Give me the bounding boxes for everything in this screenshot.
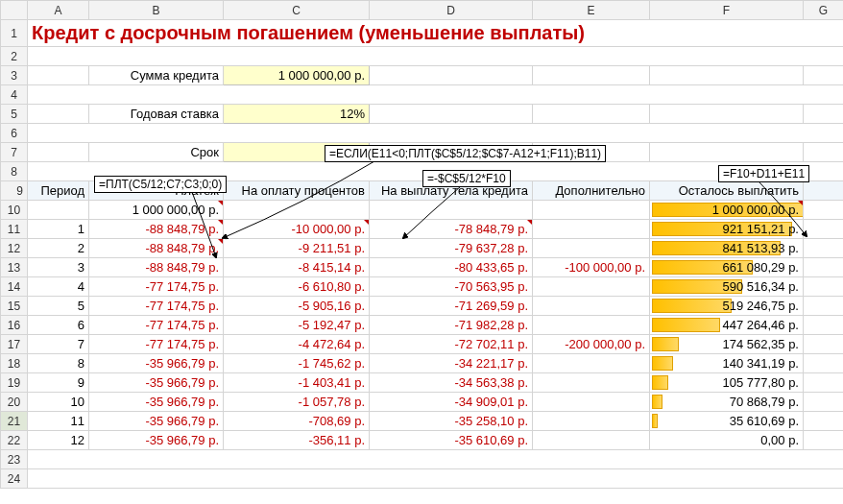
start-balance[interactable]: 1 000 000,00 р.: [89, 201, 224, 220]
period-cell[interactable]: 10: [28, 393, 89, 412]
principal-cell[interactable]: -72 702,11 р.: [370, 335, 533, 354]
interest-cell[interactable]: -1 745,62 р.: [224, 354, 370, 373]
payment-cell[interactable]: -88 848,79 р.: [89, 258, 224, 277]
extra-cell[interactable]: [533, 354, 650, 373]
extra-cell[interactable]: [533, 239, 650, 258]
interest-cell[interactable]: -4 472,64 р.: [224, 335, 370, 354]
principal-cell[interactable]: -70 563,95 р.: [370, 277, 533, 297]
period-cell[interactable]: 1: [28, 220, 89, 239]
row-16[interactable]: 16: [1, 316, 28, 335]
period-cell[interactable]: 6: [28, 316, 89, 335]
term-label[interactable]: Срок: [89, 143, 224, 162]
grid[interactable]: A B C D E F G 1 Кредит с досрочным погаш…: [0, 0, 843, 489]
extra-cell[interactable]: [533, 220, 650, 239]
row-2[interactable]: 2: [1, 47, 28, 66]
payment-cell[interactable]: -77 174,75 р.: [89, 316, 224, 335]
row-1[interactable]: 1: [1, 20, 28, 47]
balance-cell[interactable]: 590 516,34 р.: [650, 277, 804, 297]
row-10[interactable]: 10: [1, 201, 28, 220]
row-14[interactable]: 14: [1, 277, 28, 297]
row-24[interactable]: 24: [1, 469, 28, 489]
row-22[interactable]: 22: [1, 431, 28, 450]
row-3[interactable]: 3: [1, 66, 28, 85]
principal-cell[interactable]: -35 610,69 р.: [370, 431, 533, 450]
principal-cell[interactable]: -79 637,28 р.: [370, 239, 533, 258]
balance-cell[interactable]: 921 151,21 р.: [650, 220, 804, 239]
row-17[interactable]: 17: [1, 335, 28, 354]
interest-cell[interactable]: -9 211,51 р.: [224, 239, 370, 258]
payment-cell[interactable]: -88 848,79 р.: [89, 239, 224, 258]
interest-cell[interactable]: -5 905,16 р.: [224, 297, 370, 316]
row-8[interactable]: 8: [1, 162, 28, 181]
principal-cell[interactable]: -34 909,01 р.: [370, 393, 533, 412]
extra-cell[interactable]: [533, 412, 650, 431]
period-cell[interactable]: 11: [28, 412, 89, 431]
interest-cell[interactable]: -708,69 р.: [224, 412, 370, 431]
period-cell[interactable]: 3: [28, 258, 89, 277]
balance-cell[interactable]: 70 868,79 р.: [650, 393, 804, 412]
balance-cell[interactable]: 35 610,69 р.: [650, 412, 804, 431]
payment-cell[interactable]: -88 848,79 р.: [89, 220, 224, 239]
row-9[interactable]: 9: [1, 181, 28, 201]
interest-cell[interactable]: -10 000,00 р.: [224, 220, 370, 239]
hdr-extra[interactable]: Дополнительно: [533, 181, 650, 201]
payment-cell[interactable]: -35 966,79 р.: [89, 431, 224, 450]
row-7[interactable]: 7: [1, 143, 28, 162]
interest-cell[interactable]: -356,11 р.: [224, 431, 370, 450]
interest-cell[interactable]: -8 415,14 р.: [224, 258, 370, 277]
spreadsheet[interactable]: A B C D E F G 1 Кредит с досрочным погаш…: [0, 0, 843, 504]
principal-cell[interactable]: -34 221,17 р.: [370, 354, 533, 373]
hdr-interest[interactable]: На оплату процентов: [224, 181, 370, 201]
period-cell[interactable]: 2: [28, 239, 89, 258]
row-20[interactable]: 20: [1, 393, 28, 412]
rate-label[interactable]: Годовая ставка: [89, 105, 224, 124]
row-5[interactable]: 5: [1, 105, 28, 124]
payment-cell[interactable]: -35 966,79 р.: [89, 373, 224, 393]
principal-cell[interactable]: -78 848,79 р.: [370, 220, 533, 239]
row-21[interactable]: 21: [1, 412, 28, 431]
col-A[interactable]: A: [28, 1, 89, 20]
row-19[interactable]: 19: [1, 373, 28, 393]
balance-0[interactable]: 1 000 000,00 р.: [650, 201, 804, 220]
hdr-balance[interactable]: Осталось выплатить: [650, 181, 804, 201]
payment-cell[interactable]: -77 174,75 р.: [89, 335, 224, 354]
extra-cell[interactable]: [533, 277, 650, 297]
balance-cell[interactable]: 174 562,35 р.: [650, 335, 804, 354]
principal-cell[interactable]: -71 982,28 р.: [370, 316, 533, 335]
row-15[interactable]: 15: [1, 297, 28, 316]
balance-cell[interactable]: 519 246,75 р.: [650, 297, 804, 316]
interest-cell[interactable]: -1 403,41 р.: [224, 373, 370, 393]
rate-input[interactable]: 12%: [224, 105, 370, 124]
extra-cell[interactable]: -200 000,00 р.: [533, 335, 650, 354]
interest-cell[interactable]: -1 057,78 р.: [224, 393, 370, 412]
principal-cell[interactable]: -35 258,10 р.: [370, 412, 533, 431]
col-E[interactable]: E: [533, 1, 650, 20]
row-6[interactable]: 6: [1, 124, 28, 143]
principal-cell[interactable]: -34 563,38 р.: [370, 373, 533, 393]
col-G[interactable]: G: [804, 1, 844, 20]
balance-cell[interactable]: 0,00 р.: [650, 431, 804, 450]
balance-cell[interactable]: 661 080,29 р.: [650, 258, 804, 277]
row-18[interactable]: 18: [1, 354, 28, 373]
col-C[interactable]: C: [224, 1, 370, 20]
payment-cell[interactable]: -77 174,75 р.: [89, 277, 224, 297]
interest-cell[interactable]: -5 192,47 р.: [224, 316, 370, 335]
row-12[interactable]: 12: [1, 239, 28, 258]
page-title[interactable]: Кредит с досрочным погашением (уменьшени…: [28, 20, 844, 47]
principal-cell[interactable]: -71 269,59 р.: [370, 297, 533, 316]
principal-cell[interactable]: -80 433,65 р.: [370, 258, 533, 277]
row-13[interactable]: 13: [1, 258, 28, 277]
balance-cell[interactable]: 841 513,93 р.: [650, 239, 804, 258]
period-cell[interactable]: 7: [28, 335, 89, 354]
sum-input[interactable]: 1 000 000,00 р.: [224, 66, 370, 85]
period-cell[interactable]: 8: [28, 354, 89, 373]
extra-cell[interactable]: -100 000,00 р.: [533, 258, 650, 277]
row-11[interactable]: 11: [1, 220, 28, 239]
period-cell[interactable]: 4: [28, 277, 89, 297]
col-B[interactable]: B: [89, 1, 224, 20]
payment-cell[interactable]: -35 966,79 р.: [89, 412, 224, 431]
payment-cell[interactable]: -77 174,75 р.: [89, 297, 224, 316]
extra-cell[interactable]: [533, 373, 650, 393]
extra-cell[interactable]: [533, 297, 650, 316]
extra-cell[interactable]: [533, 431, 650, 450]
